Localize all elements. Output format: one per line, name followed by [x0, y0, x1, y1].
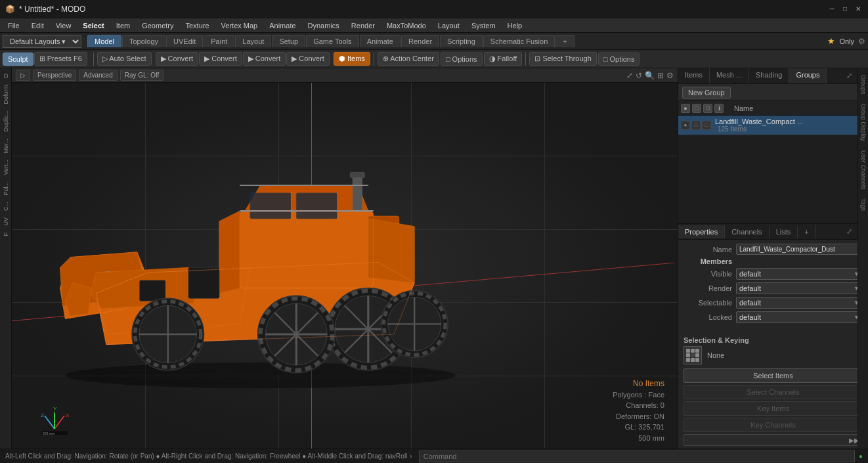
menu-render[interactable]: Render	[346, 20, 380, 31]
menu-file[interactable]: File	[3, 20, 25, 31]
convert-button-1[interactable]: ▶ Convert	[156, 52, 199, 66]
menu-edit[interactable]: Edit	[26, 20, 49, 31]
tab-render[interactable]: Render	[401, 35, 439, 47]
menu-dynamics[interactable]: Dynamics	[303, 20, 345, 31]
header-icon-4[interactable]: ℹ	[714, 104, 724, 113]
convert-button-3[interactable]: ▶ Convert	[243, 52, 286, 66]
menu-select[interactable]: Select	[77, 20, 109, 31]
tab-shading[interactable]: Shading	[749, 68, 789, 83]
menu-geometry[interactable]: Geometry	[137, 20, 179, 31]
new-group-button[interactable]: New Group	[682, 87, 731, 99]
options-button-1[interactable]: □ Options	[441, 53, 483, 66]
menu-help[interactable]: Help	[502, 20, 528, 31]
menu-system[interactable]: System	[466, 20, 501, 31]
sidebar-tab-uv[interactable]: UV	[1, 215, 11, 229]
select-channels-button[interactable]: Select Channels	[684, 385, 863, 399]
key-items-button[interactable]: Key Items	[684, 401, 863, 416]
sidebar-tab-c[interactable]: C...	[1, 199, 11, 213]
tab-schematic[interactable]: Schematic Fusion	[483, 35, 555, 47]
panel-expand-icon[interactable]: ⤢	[845, 70, 854, 81]
viewport-rotate-icon[interactable]: ↺	[636, 71, 642, 80]
gi-icon-3[interactable]: □	[702, 121, 711, 130]
prop-render-select[interactable]: default ▼	[736, 282, 863, 294]
auto-select-button[interactable]: ▷ Auto Select	[97, 52, 152, 66]
sidebar-tab-vert[interactable]: Vert...	[1, 157, 11, 178]
sidebar-tab-f[interactable]: F	[1, 230, 11, 239]
props-expand-icon[interactable]: ⤢	[845, 226, 854, 237]
menu-item[interactable]: Item	[111, 20, 135, 31]
vtab-groups[interactable]: Groups	[859, 71, 867, 99]
select-items-button[interactable]: Select Items	[684, 368, 863, 383]
group-item-landfill[interactable]: ● □ □ Landfill_Waste_Compact ... 125 Ite…	[678, 116, 868, 135]
menu-animate[interactable]: Animate	[264, 20, 301, 31]
close-button[interactable]: ✕	[854, 5, 863, 14]
items-button[interactable]: ⬢ Items	[334, 52, 370, 66]
sculpt-button[interactable]: Sculpt	[3, 53, 33, 66]
prop-selectable-select[interactable]: default ▼	[736, 297, 863, 309]
header-icon-1[interactable]: ●	[681, 104, 690, 113]
scene-background[interactable]: No Items Polygons : Face Channels: 0 Def…	[12, 83, 678, 449]
sidebar-tab-pol[interactable]: Pol...	[1, 179, 11, 198]
sidebar-tab-deform[interactable]: Deform	[1, 82, 11, 107]
tab-groups[interactable]: Groups	[789, 68, 827, 83]
gi-icon-1[interactable]: ●	[681, 121, 690, 130]
vtab-group-display[interactable]: Group Display	[859, 100, 867, 145]
sidebar-tab-mer[interactable]: Mer...	[1, 136, 11, 156]
tab-paint[interactable]: Paint	[204, 35, 234, 47]
props-tab-channels[interactable]: Channels	[725, 225, 769, 238]
viewport-arrow[interactable]: ▷	[16, 70, 30, 81]
tab-items[interactable]: Items	[678, 68, 710, 83]
sidebar-tab-d[interactable]: D	[1, 71, 11, 81]
viewport-zoom-icon[interactable]: 🔍	[645, 71, 655, 80]
tab-add[interactable]: +	[555, 35, 574, 47]
prop-name-input[interactable]	[736, 244, 863, 255]
tab-uvedit[interactable]: UVEdit	[166, 35, 203, 47]
header-icon-2[interactable]: □	[692, 104, 701, 113]
menu-texture[interactable]: Texture	[180, 20, 214, 31]
select-through-button[interactable]: ⊡ Select Through	[529, 52, 596, 66]
falloff-button[interactable]: ◑ Falloff	[484, 52, 523, 66]
menu-layout[interactable]: Layout	[433, 20, 465, 31]
viewport-fit-icon[interactable]: ⤢	[626, 71, 633, 80]
presets-button[interactable]: ⊞ Presets F6	[34, 52, 87, 66]
prop-locked-select[interactable]: default ▼	[736, 311, 863, 323]
key-channels-button[interactable]: Key Channels	[684, 418, 863, 432]
tab-model[interactable]: Model	[87, 35, 121, 47]
perspective-button[interactable]: Perspective	[33, 70, 76, 81]
vtab-user-channels[interactable]: User Channels	[859, 146, 867, 194]
convert-button-2[interactable]: ▶ Convert	[199, 52, 242, 66]
menu-view[interactable]: View	[51, 20, 77, 31]
minimize-button[interactable]: ─	[827, 5, 836, 14]
gear-icon[interactable]: ⚙	[858, 37, 865, 46]
options-button-2[interactable]: □ Options	[598, 53, 640, 66]
ray-off-button[interactable]: Ray GL: Off	[120, 70, 164, 81]
advanced-button[interactable]: Advanced	[79, 70, 117, 81]
maximize-button[interactable]: □	[840, 5, 850, 14]
groups-list-content[interactable]: ● □ □ Landfill_Waste_Compact ... 125 Ite…	[678, 116, 868, 223]
viewport[interactable]: ▷ Perspective Advanced Ray GL: Off ⤢ ↺ 🔍…	[12, 68, 678, 449]
tab-setup[interactable]: Setup	[272, 35, 305, 47]
tab-game-tools[interactable]: Game Tools	[306, 35, 359, 47]
header-icon-3[interactable]: □	[703, 104, 712, 113]
sidebar-tab-duplic[interactable]: Duplic...	[1, 108, 11, 135]
menu-vertex-map[interactable]: Vertex Map	[216, 20, 263, 31]
layout-dropdown[interactable]: Default Layouts ▾	[3, 35, 81, 48]
tab-scripting[interactable]: Scripting	[440, 35, 483, 47]
gi-icon-2[interactable]: □	[691, 121, 701, 130]
prop-visible-select[interactable]: default ▼	[736, 268, 863, 280]
tab-animate[interactable]: Animate	[360, 35, 401, 47]
menu-maxtomodo[interactable]: MaxToModo	[381, 20, 431, 31]
viewport-settings-icon[interactable]: ⚙	[666, 71, 674, 80]
action-center-button[interactable]: ⊕ Action Center	[378, 52, 439, 66]
props-tab-properties[interactable]: Properties	[678, 225, 725, 238]
props-tab-add[interactable]: +	[798, 225, 815, 238]
tab-topology[interactable]: Topology	[122, 35, 165, 47]
props-tab-lists[interactable]: Lists	[770, 225, 798, 238]
convert-button-4[interactable]: ▶ Convert	[286, 52, 330, 66]
tab-mesh[interactable]: Mesh ...	[710, 68, 749, 83]
tab-layout[interactable]: Layout	[235, 35, 271, 47]
command-input[interactable]	[419, 451, 855, 462]
vtab-tags[interactable]: Tags	[859, 194, 867, 215]
expand-button[interactable]: ▶▶	[684, 434, 863, 446]
viewport-grid-icon[interactable]: ⊞	[657, 71, 664, 80]
